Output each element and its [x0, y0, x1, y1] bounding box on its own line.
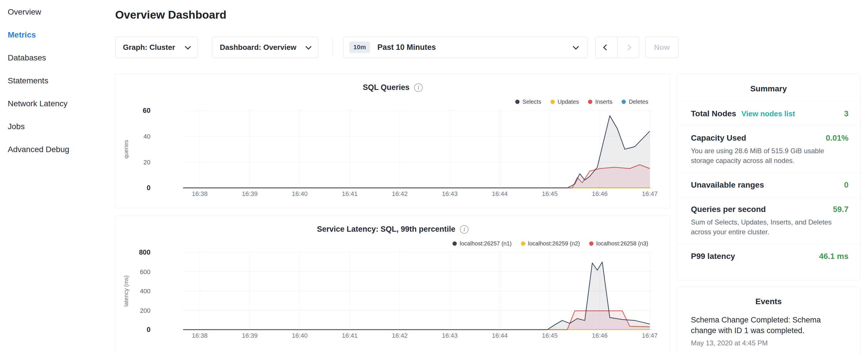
event-timestamp: May 13, 2020 at 4:45 PM: [691, 339, 846, 347]
svg-text:16:45: 16:45: [542, 190, 558, 197]
info-icon[interactable]: [414, 83, 423, 92]
sidebar-item-jobs[interactable]: Jobs: [0, 115, 115, 138]
time-range-selector[interactable]: 10m Past 10 Minutes: [343, 37, 587, 58]
legend-dot-icon: [588, 100, 592, 104]
sidebar-item-overview[interactable]: Overview: [0, 1, 115, 24]
svg-text:16:39: 16:39: [242, 190, 258, 197]
legend-dot-icon: [551, 100, 555, 104]
svg-text:16:40: 16:40: [292, 190, 308, 197]
legend-label: Inserts: [595, 99, 612, 105]
summary-row: Queries per second59.7Sum of Selects, Up…: [677, 197, 860, 244]
legend-dot-icon: [589, 242, 593, 246]
chart-series: [183, 116, 650, 188]
svg-text:40: 40: [144, 133, 150, 140]
page-title: Overview Dashboard: [115, 9, 226, 21]
x-axis-labels: 16:3816:3916:4016:4116:4216:4316:4416:45…: [192, 190, 658, 197]
svg-text:16:44: 16:44: [492, 332, 507, 339]
events-title: Events: [677, 287, 860, 306]
legend-item[interactable]: Selects: [515, 99, 541, 105]
legend-item[interactable]: localhost:26258 (n3): [589, 240, 648, 247]
now-button[interactable]: Now: [645, 37, 679, 58]
view-nodes-list-link[interactable]: View nodes list: [741, 109, 795, 118]
svg-text:16:39: 16:39: [242, 332, 258, 339]
summary-row: Unavailable ranges0: [677, 173, 860, 197]
prev-range-button[interactable]: [595, 37, 617, 58]
graph-dropdown-label: Graph: Cluster: [123, 43, 175, 52]
legend-label: Deletes: [629, 99, 648, 105]
sidebar-item-metrics[interactable]: Metrics: [0, 24, 115, 46]
svg-text:0: 0: [147, 326, 150, 333]
series-line-localhost-26257-n1-: [183, 262, 650, 330]
svg-text:16:47: 16:47: [642, 190, 658, 197]
legend-label: Selects: [522, 99, 541, 105]
chart-series: [183, 262, 650, 330]
summary-value: 3: [844, 109, 848, 118]
series-area: [183, 116, 650, 188]
events-list: Schema Change Completed: Schema change w…: [677, 313, 860, 347]
legend-item[interactable]: Deletes: [622, 99, 648, 105]
svg-text:16:44: 16:44: [492, 190, 507, 197]
dashboard-dropdown-label: Dashboard: Overview: [220, 43, 296, 52]
chevron-down-icon: [306, 43, 311, 50]
summary-title: Summary: [677, 74, 860, 93]
sidebar-item-statements[interactable]: Statements: [0, 69, 115, 92]
summary-value: 0.01%: [826, 133, 848, 142]
y-axis-labels: 0204060: [143, 106, 150, 192]
dashboard-dropdown[interactable]: Dashboard: Overview: [212, 37, 318, 58]
sidebar-item-advanced-debug[interactable]: Advanced Debug: [0, 138, 115, 161]
chevron-left-icon: [603, 44, 609, 50]
time-range-badge: 10m: [349, 41, 370, 53]
summary-row: Capacity Used0.01%You are using 28.6 MiB…: [677, 126, 860, 173]
now-button-label: Now: [654, 43, 670, 52]
summary-subtext: Sum of Selects, Updates, Inserts, and De…: [691, 217, 848, 236]
svg-text:20: 20: [144, 159, 150, 166]
svg-text:16:43: 16:43: [442, 190, 458, 197]
svg-text:16:38: 16:38: [192, 190, 208, 197]
chevron-right-icon: [625, 44, 631, 50]
chart-legend: SelectsUpdatesInsertsDeletes: [515, 99, 648, 105]
service-latency-chart-card: Service Latency: SQL, 99th percentile lo…: [115, 215, 670, 354]
events-panel: Events Schema Change Completed: Schema c…: [677, 286, 860, 354]
sql-queries-chart: 020406016:3816:3916:4016:4116:4216:4316:…: [116, 105, 670, 206]
legend-label: Updates: [558, 99, 579, 105]
service-latency-chart: 020040060080016:3816:3916:4016:4116:4216…: [116, 247, 670, 347]
next-range-button[interactable]: [617, 37, 639, 58]
legend-label: localhost:26258 (n3): [596, 240, 648, 247]
time-range-label: Past 10 Minutes: [377, 43, 436, 52]
legend-dot-icon: [622, 100, 626, 104]
legend-dot-icon: [521, 242, 525, 246]
legend-label: localhost:26257 (n1): [460, 240, 512, 247]
event-text: Schema Change Completed: Schema change w…: [691, 315, 846, 336]
svg-text:16:46: 16:46: [592, 332, 608, 339]
event-item: Schema Change Completed: Schema change w…: [677, 313, 860, 347]
info-icon[interactable]: [460, 225, 468, 234]
summary-label: Total Nodes: [691, 109, 736, 118]
graph-dropdown[interactable]: Graph: Cluster: [115, 37, 198, 58]
summary-value: 59.7: [833, 205, 849, 214]
chevron-down-icon: [185, 43, 191, 50]
legend-dot-icon: [515, 100, 520, 104]
chart-legend: localhost:26257 (n1)localhost:26259 (n2)…: [453, 240, 648, 247]
summary-subtext: You are using 28.6 MiB of 515.9 GiB usab…: [691, 146, 848, 165]
summary-value: 0: [844, 181, 848, 190]
legend-item[interactable]: localhost:26257 (n1): [453, 240, 512, 247]
summary-row: P99 latency46.1 ms: [677, 244, 860, 268]
svg-text:16:45: 16:45: [542, 332, 558, 339]
legend-item[interactable]: localhost:26259 (n2): [521, 240, 580, 247]
svg-text:16:42: 16:42: [392, 332, 407, 339]
sidebar-item-databases[interactable]: Databases: [0, 46, 115, 69]
legend-item[interactable]: Updates: [551, 99, 579, 105]
summary-value: 46.1 ms: [819, 252, 848, 261]
sidebar-item-network-latency[interactable]: Network Latency: [0, 92, 115, 115]
svg-text:600: 600: [140, 268, 150, 276]
summary-label: P99 latency: [691, 252, 735, 261]
time-range-arrows: [595, 37, 639, 58]
svg-text:16:41: 16:41: [342, 332, 358, 339]
chart-title: Service Latency: SQL, 99th percentile: [317, 225, 455, 234]
summary-row: Total NodesView nodes list3: [677, 101, 860, 126]
svg-text:16:47: 16:47: [642, 332, 658, 339]
summary-label: Capacity Used: [691, 133, 746, 142]
svg-text:400: 400: [140, 288, 150, 295]
svg-text:16:38: 16:38: [192, 332, 208, 339]
legend-item[interactable]: Inserts: [588, 99, 612, 105]
